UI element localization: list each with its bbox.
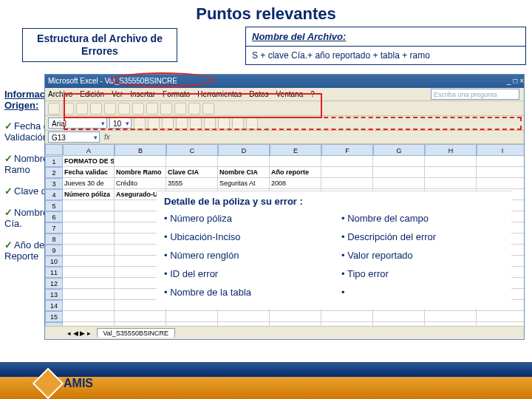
row-header[interactable]: 12 xyxy=(45,278,63,289)
cell[interactable]: Año reporte xyxy=(270,167,321,178)
cell[interactable]: Seguritas At xyxy=(218,178,270,189)
cell[interactable] xyxy=(63,233,115,245)
toolbar-button[interactable] xyxy=(176,117,188,129)
cell[interactable] xyxy=(425,178,477,189)
toolbar-button[interactable] xyxy=(174,103,186,115)
cell[interactable] xyxy=(425,311,477,322)
cell[interactable] xyxy=(63,300,115,311)
row-header[interactable]: 8 xyxy=(45,233,63,245)
cell[interactable]: Nombre CIA xyxy=(218,167,270,178)
cell[interactable] xyxy=(425,167,477,178)
cell[interactable] xyxy=(270,311,321,322)
italic-button[interactable] xyxy=(148,117,160,129)
row-header[interactable]: 4 xyxy=(45,189,63,200)
cell[interactable] xyxy=(321,156,373,167)
col-header[interactable]: H xyxy=(425,144,477,156)
cell[interactable] xyxy=(477,167,524,178)
row-header[interactable]: 6 xyxy=(45,211,63,222)
cell[interactable]: 3555 xyxy=(166,178,218,189)
cell[interactable] xyxy=(63,256,115,267)
row-header[interactable]: 10 xyxy=(45,256,63,267)
ask-question-box[interactable]: Escriba una pregunta xyxy=(431,89,519,100)
toolbar-button[interactable] xyxy=(246,117,258,129)
cell[interactable]: Número póliza xyxy=(63,189,115,200)
row-header[interactable]: 13 xyxy=(45,289,63,300)
menu-item[interactable]: Ver xyxy=(112,88,123,100)
window-controls[interactable]: _ □ × xyxy=(507,75,524,88)
excel-toolbar-formatting[interactable]: Arial 10 xyxy=(45,116,524,131)
sheet-tab-bar[interactable]: ◂ ◀ ▶ ▸ Val_S35550BSINCRE xyxy=(45,326,524,339)
row-header[interactable]: 3 xyxy=(45,178,63,189)
toolbar-button[interactable] xyxy=(188,103,200,115)
cell[interactable]: 2008 xyxy=(270,178,321,189)
toolbar-button[interactable] xyxy=(132,103,144,115)
toolbar-button[interactable] xyxy=(76,103,88,115)
row-header[interactable]: 14 xyxy=(45,300,63,311)
col-header[interactable]: F xyxy=(321,144,373,156)
toolbar-button[interactable] xyxy=(202,103,214,115)
toolbar-button[interactable] xyxy=(218,117,230,129)
col-header[interactable]: I xyxy=(477,144,524,156)
row-header[interactable]: 11 xyxy=(45,267,63,278)
underline-button[interactable] xyxy=(162,117,174,129)
toolbar-button[interactable] xyxy=(90,103,102,115)
row-header[interactable]: 2 xyxy=(45,167,63,178)
bold-button[interactable] xyxy=(134,117,146,129)
cell[interactable] xyxy=(321,167,373,178)
cell[interactable] xyxy=(63,222,115,233)
menu-item[interactable]: ? xyxy=(310,88,315,100)
col-header[interactable]: D xyxy=(218,144,270,156)
cell[interactable] xyxy=(115,156,166,167)
cell[interactable] xyxy=(321,311,373,322)
cell[interactable] xyxy=(63,200,115,211)
menu-item[interactable]: Datos xyxy=(249,88,268,100)
cell[interactable] xyxy=(477,156,524,167)
row-header[interactable]: 5 xyxy=(45,200,63,211)
row-header[interactable]: 15 xyxy=(45,311,63,322)
toolbar-button[interactable] xyxy=(118,103,130,115)
menu-item[interactable]: Insertar xyxy=(130,88,155,100)
row-header[interactable]: 1 xyxy=(45,156,63,167)
cell[interactable]: Crédito xyxy=(115,178,166,189)
cell[interactable] xyxy=(373,156,425,167)
cell[interactable] xyxy=(115,311,166,322)
font-dropdown[interactable]: Arial xyxy=(48,117,107,129)
cell[interactable] xyxy=(373,178,425,189)
menu-item[interactable]: Formato xyxy=(163,88,190,100)
cell[interactable] xyxy=(373,311,425,322)
cell[interactable] xyxy=(218,311,270,322)
cell[interactable] xyxy=(166,311,218,322)
cell[interactable] xyxy=(218,156,270,167)
col-header[interactable]: B xyxy=(115,144,166,156)
cell[interactable] xyxy=(425,156,477,167)
cell[interactable] xyxy=(63,245,115,256)
toolbar-button[interactable] xyxy=(160,103,172,115)
cell[interactable] xyxy=(477,311,524,322)
col-header[interactable]: G xyxy=(373,144,425,156)
excel-toolbar-standard[interactable] xyxy=(45,101,524,116)
cell[interactable] xyxy=(477,178,524,189)
col-header[interactable]: A xyxy=(63,144,115,156)
formula-bar[interactable]: G13 fx xyxy=(45,131,524,144)
cell[interactable] xyxy=(63,289,115,300)
cell[interactable] xyxy=(63,211,115,222)
menu-item[interactable]: Ventana xyxy=(276,88,303,100)
cell[interactable]: Fecha validac xyxy=(63,167,115,178)
cell[interactable] xyxy=(63,311,115,322)
toolbar-button[interactable] xyxy=(204,117,216,129)
menu-item[interactable]: Edición xyxy=(80,88,104,100)
cell[interactable] xyxy=(166,156,218,167)
row-header[interactable]: 9 xyxy=(45,245,63,256)
row-header[interactable]: 7 xyxy=(45,222,63,233)
cell[interactable] xyxy=(321,178,373,189)
cell[interactable] xyxy=(63,267,115,278)
toolbar-button[interactable] xyxy=(146,103,158,115)
cell[interactable]: FORMATO DE SALIDA DE VALIDACIONES SESAS xyxy=(63,156,115,167)
toolbar-button[interactable] xyxy=(48,103,60,115)
toolbar-button[interactable] xyxy=(62,103,74,115)
cell[interactable] xyxy=(373,167,425,178)
cell[interactable] xyxy=(270,156,321,167)
toolbar-button[interactable] xyxy=(104,103,116,115)
fx-icon[interactable]: fx xyxy=(104,133,110,141)
fontsize-dropdown[interactable]: 10 xyxy=(109,117,132,129)
